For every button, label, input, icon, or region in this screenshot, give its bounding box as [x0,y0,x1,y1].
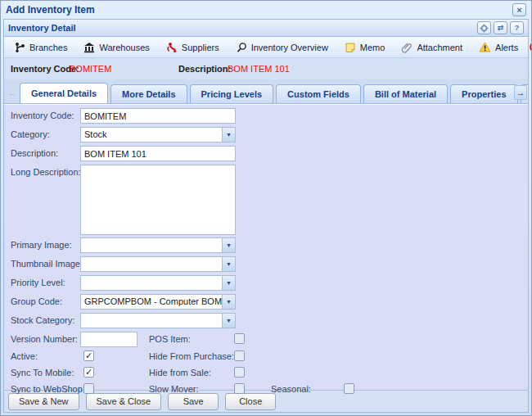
branches-label: Branches [29,43,67,52]
sync-to-mobile-checkbox[interactable]: ✓ [83,367,94,378]
sync-to-webshop-label: Sync to WebShop: [11,384,85,394]
inventory-code-label: Inventory Code: [11,111,74,120]
attachment-button[interactable]: Attachment [395,40,468,55]
thumbnail-image-value [80,256,222,272]
gear-icon[interactable] [477,21,491,34]
window-close-icon[interactable]: × [512,3,526,16]
stock-category-value [80,313,222,328]
suppliers-label: Suppliers [182,43,219,52]
warehouses-label: Warehouses [99,43,149,52]
summary-code-value: BOMITEM [70,64,111,74]
sync-to-mobile-label: Sync To Mobile: [11,368,74,378]
tab-bill-of-material[interactable]: Bill of Material [363,84,448,103]
active-checkbox[interactable]: ✓ [83,350,94,361]
tab-custom-fields[interactable]: Custom Fields [276,84,361,103]
hide-from-purchase-label: Hide From Purchase: [149,351,234,361]
chevron-down-icon[interactable]: ▼ [222,256,236,272]
tab-pricing-levels[interactable]: Pricing Levels [190,84,274,103]
hide-from-sale-label: Hide from Sale: [149,368,211,378]
chevron-down-icon[interactable]: ▼ [222,127,236,142]
pos-item-label: POS Item: [149,334,191,344]
hide-from-sale-checkbox[interactable] [234,367,245,378]
chevron-down-icon[interactable]: ▼ [222,294,236,310]
toolbar: Branches Warehouses Suppliers [4,37,528,58]
summary-desc-value: BOM ITEM 101 [228,64,290,74]
save-and-new-button[interactable]: Save & New [8,393,79,410]
group-code-value: GRPCOMPBOM - Computer BOM [80,294,222,310]
summary-bar: Inventory Code: BOMITEM Description: BOM… [4,58,528,79]
stock-category-label: Stock Category: [11,315,74,325]
warning-icon [479,42,491,52]
category-label: Category: [11,129,50,139]
close-button[interactable]: Close [225,393,276,410]
category-value: Stock [80,127,222,142]
memo-button[interactable]: Memo [339,40,391,55]
priority-level-dropdown[interactable]: ▼ [80,275,236,291]
thumbnail-image-label: Thumbnail Image: [11,259,83,269]
window-title: Add Inventory Item [6,4,95,16]
panel-title: Inventory Detail [8,23,76,33]
pos-item-checkbox[interactable] [234,333,245,344]
magnifier-icon [236,42,247,53]
supplier-icon [166,42,178,53]
description-label: Description: [11,148,58,158]
memo-label: Memo [360,43,385,52]
memo-icon [345,42,356,53]
chevron-down-icon[interactable]: ▼ [222,313,236,328]
warehouse-icon [83,42,95,53]
alerts-label: Alerts [495,43,518,52]
group-code-dropdown[interactable]: GRPCOMPBOM - Computer BOM ▼ [80,294,236,310]
chevron-down-icon[interactable]: ▼ [222,237,236,253]
suppliers-button[interactable]: Suppliers [160,40,225,55]
help-icon[interactable]: ? [510,21,524,34]
active-label: Active: [11,351,38,361]
refresh-icon[interactable]: ⇄ [494,21,507,34]
tab-scroll-right-icon[interactable]: → [514,85,527,100]
save-and-close-button[interactable]: Save & Close [86,393,162,410]
primary-image-label: Primary Image: [11,240,72,250]
attachment-label: Attachment [417,43,462,52]
panel-tools: ⇄ ? [477,21,524,34]
tab-properties[interactable]: Properties [450,84,517,103]
add-inventory-item-window: Add Inventory Item × Inventory Detail ⇄ … [0,0,532,416]
seasonal-label: Seasonal: [271,384,311,394]
inventory-overview-button[interactable]: Inventory Overview [230,40,334,55]
thumbnail-image-dropdown[interactable]: ▼ [80,256,236,272]
paperclip-icon [401,42,413,53]
inventory-overview-label: Inventory Overview [251,43,328,52]
seasonal-checkbox[interactable] [344,383,354,394]
panel-header: Inventory Detail ⇄ ? [4,20,528,37]
summary-desc-label: Description: [178,64,231,74]
version-number-field[interactable] [80,332,138,347]
long-description-label: Long Description: [11,167,81,177]
inventory-detail-panel: Inventory Detail ⇄ ? Branches [3,19,529,413]
version-number-label: Version Number: [11,334,78,344]
window-titlebar: Add Inventory Item × [1,1,531,19]
warehouses-button[interactable]: Warehouses [78,40,155,55]
tab-more-details[interactable]: More Details [110,84,187,103]
sync-to-webshop-checkbox[interactable] [83,383,94,394]
tab-general-details[interactable]: General Details [20,83,108,103]
description-field[interactable] [80,146,236,161]
save-button[interactable]: Save [168,393,219,410]
primary-image-dropdown[interactable]: ▼ [80,237,236,253]
long-description-field[interactable] [80,165,236,235]
general-details-form: Inventory Code: Category: Stock ▼ Descri… [4,104,528,390]
toolbar-close-button[interactable]: Close [524,39,532,55]
hide-from-purchase-checkbox[interactable] [234,350,245,361]
priority-level-value [80,275,222,291]
slow-mover-label: Slow Mover: [149,384,199,394]
alerts-button[interactable]: Alerts [473,40,524,54]
primary-image-value [80,237,222,253]
inventory-code-field[interactable] [80,108,236,124]
stock-category-dropdown[interactable]: ▼ [80,313,236,328]
branches-button[interactable]: Branches [8,40,73,55]
group-code-label: Group Code: [11,296,62,306]
priority-level-label: Priority Level: [11,278,65,287]
chevron-down-icon[interactable]: ▼ [222,275,236,291]
category-dropdown[interactable]: Stock ▼ [80,127,236,142]
slow-mover-checkbox[interactable] [234,383,245,394]
branches-icon [14,42,25,53]
tab-strip: ← General Details More Details Pricing L… [4,79,528,104]
tab-scroll-left-icon[interactable]: ← [6,85,19,100]
